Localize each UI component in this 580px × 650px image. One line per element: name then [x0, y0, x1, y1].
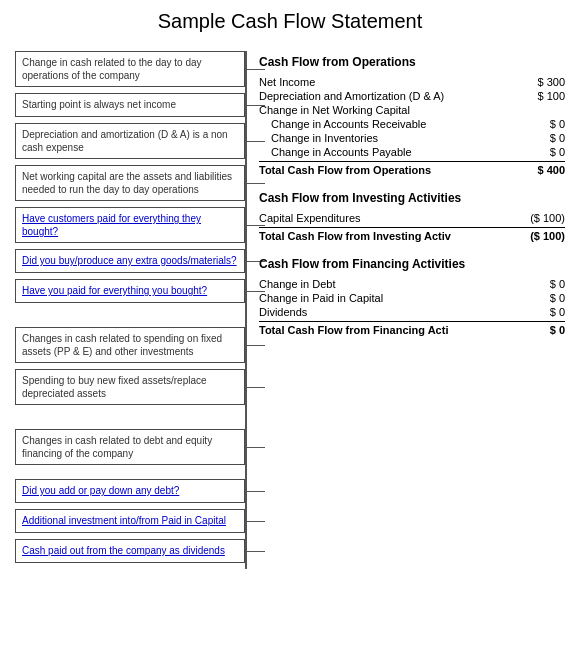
inv-note-1: Changes in cash related to spending on f…: [15, 327, 245, 363]
ops-line-0: Net Income $ 300: [259, 75, 565, 89]
financing-section: Cash Flow from Financing Activities Chan…: [259, 257, 565, 337]
ops-line-1: Depreciation and Amortization (D & A) $ …: [259, 89, 565, 103]
investing-header: Cash Flow from Investing Activities: [259, 191, 565, 205]
statements-column: Cash Flow from Operations Net Income $ 3…: [245, 51, 565, 569]
ops-total: Total Cash Flow from Operations $ 400: [259, 161, 565, 177]
operations-header: Cash Flow from Operations: [259, 55, 565, 69]
financing-header: Cash Flow from Financing Activities: [259, 257, 565, 271]
fin-note-2: Did you add or pay down any debt?: [15, 479, 245, 503]
inv-total: Total Cash Flow from Investing Activ ($ …: [259, 227, 565, 243]
ops-note-5: Have customers paid for everything they …: [15, 207, 245, 243]
ops-line-2: Change in Net Working Capital: [259, 103, 565, 117]
ops-note-4: Net working capital are the assets and l…: [15, 165, 245, 201]
investing-section: Cash Flow from Investing Activities Capi…: [259, 191, 565, 243]
fin-note-1: Changes in cash related to debt and equi…: [15, 429, 245, 465]
page-title: Sample Cash Flow Statement: [15, 10, 565, 33]
ops-line-4: Change in Inventories $ 0: [259, 131, 565, 145]
notes-column: Change in cash related to the day to day…: [15, 51, 245, 569]
fin-note-3: Additional investment into/from Paid in …: [15, 509, 245, 533]
fin-line-1: Change in Paid in Capital $ 0: [259, 291, 565, 305]
fin-line-0: Change in Debt $ 0: [259, 277, 565, 291]
ops-note-7: Have you paid for everything you bought?: [15, 279, 245, 303]
ops-note-6: Did you buy/produce any extra goods/mate…: [15, 249, 245, 273]
ops-note-1: Change in cash related to the day to day…: [15, 51, 245, 87]
fin-note-4: Cash paid out from the company as divide…: [15, 539, 245, 563]
operations-section: Cash Flow from Operations Net Income $ 3…: [259, 55, 565, 177]
ops-note-3: Depreciation and amortization (D & A) is…: [15, 123, 245, 159]
fin-total: Total Cash Flow from Financing Acti $ 0: [259, 321, 565, 337]
ops-line-5: Change in Accounts Payable $ 0: [259, 145, 565, 159]
inv-note-2: Spending to buy new fixed assets/replace…: [15, 369, 245, 405]
ops-note-2: Starting point is always net income: [15, 93, 245, 117]
ops-line-3: Change in Accounts Receivable $ 0: [259, 117, 565, 131]
fin-line-2: Dividends $ 0: [259, 305, 565, 319]
inv-line-0: Capital Expenditures ($ 100): [259, 211, 565, 225]
